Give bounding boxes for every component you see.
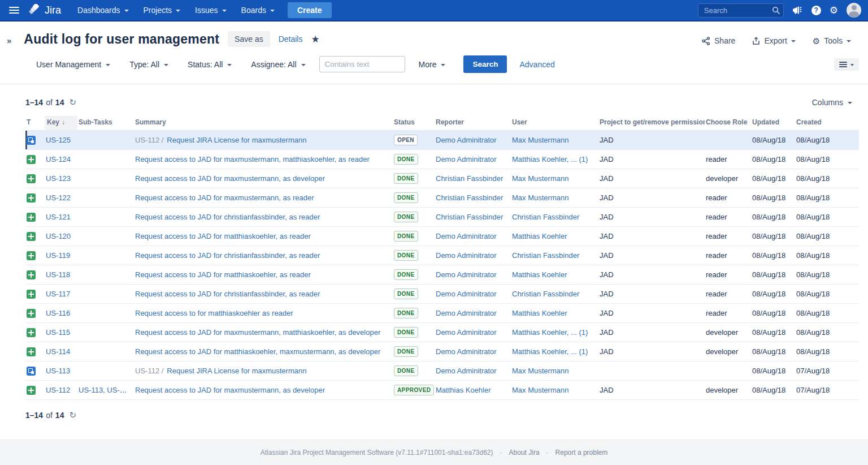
summary-link[interactable]: Request access to JAD for maxmustermann,… [135,328,380,337]
nav-projects[interactable]: Projects [136,0,188,20]
user-link[interactable]: Max Mustermann [512,136,568,144]
col-type[interactable]: T [25,116,45,131]
issue-key-link[interactable]: US-112 [46,386,70,394]
sidebar-expand-button[interactable]: » [1,31,17,45]
export-button[interactable]: Export [752,36,795,45]
type-filter-dropdown[interactable]: Type: All [124,57,174,72]
help-icon[interactable]: ? [811,6,821,15]
details-link[interactable]: Details [279,35,303,44]
reporter-link[interactable]: Demo Adminitrator [436,136,497,144]
global-search-input[interactable] [698,3,784,18]
contains-text-input[interactable] [319,56,405,72]
share-button[interactable]: Share [702,36,735,45]
issue-key-link[interactable]: US-119 [46,251,70,260]
issue-key-link[interactable]: US-124 [46,155,71,163]
assignee-filter-dropdown[interactable]: Assignee: All [245,57,311,72]
search-button[interactable]: Search [463,55,507,73]
reporter-link[interactable]: Matthias Koehler [436,386,491,394]
nav-boards[interactable]: Boards [234,0,282,20]
user-link[interactable]: Matthias Koehler, ... (1) [512,155,588,163]
table-row[interactable]: US-118 Request access to JAD for matthia… [25,265,859,285]
user-link[interactable]: Christian Fassbinder [512,251,579,260]
table-row[interactable]: US-124 Request access to JAD for maxmust… [25,150,859,169]
reporter-link[interactable]: Christian Fassbinder [436,193,503,202]
col-key-sorted[interactable]: Key↓ [45,116,77,131]
subtasks-links[interactable]: US-113, US-125 [79,386,132,394]
summary-link[interactable]: Request access to JAD for matthiaskoehle… [135,347,380,356]
summary-link[interactable]: Request access to JAD for maxmustermann,… [135,155,370,163]
about-jira-link[interactable]: About Jira [509,449,540,457]
summary-link[interactable]: Request access to JAD for maxmustermann,… [135,174,325,183]
table-row[interactable]: US-122 Request access to JAD for maxmust… [25,188,859,208]
user-avatar[interactable] [847,3,861,18]
user-link[interactable]: Matthias Koehler, ... (1) [512,328,588,337]
summary-link[interactable]: Request JIRA License for maxmustermann [167,136,306,144]
reporter-link[interactable]: Demo Adminitrator [436,309,497,317]
table-row[interactable]: US-114 Request access to JAD for matthia… [25,342,859,361]
table-row[interactable]: US-112 US-113, US-125 Request access to … [25,381,859,400]
col-user[interactable]: User [511,116,598,131]
table-row[interactable]: US-116 Request access to for matthiaskoe… [25,304,859,323]
user-link[interactable]: Christian Fassbinder [512,290,579,298]
reporter-link[interactable]: Demo Adminitrator [436,328,497,337]
reporter-link[interactable]: Demo Adminitrator [436,367,497,375]
saved-filter-dropdown[interactable]: User Management [31,57,116,72]
user-link[interactable]: Max Mustermann [512,367,568,375]
summary-link[interactable]: Request access to JAD for christianfassb… [135,251,320,260]
table-row[interactable]: US-117 Request access to JAD for christi… [25,285,859,304]
issue-key-link[interactable]: US-113 [46,367,70,375]
search-icon[interactable] [772,6,780,16]
col-subtasks[interactable]: Sub-Tasks [77,116,134,131]
col-status[interactable]: Status [393,116,435,131]
user-link[interactable]: Max Mustermann [512,193,568,202]
table-row[interactable]: US-113 US-112 /Request JIRA License for … [25,361,859,381]
refresh-icon[interactable]: ↻ [69,410,76,420]
summary-link[interactable]: Request JIRA License for maxmustermann [167,367,306,375]
summary-link[interactable]: Request access to JAD for matthiaskoehle… [135,270,311,279]
col-updated[interactable]: Updated [751,116,795,131]
reporter-link[interactable]: Demo Adminitrator [436,270,497,279]
admin-gear-icon[interactable]: ⚙ [830,5,838,16]
table-row[interactable]: US-120 Request access to JAD for matthia… [25,227,859,246]
issue-key-link[interactable]: US-121 [46,213,71,221]
user-link[interactable]: Matthias Koehler [512,309,567,317]
summary-link[interactable]: Request access to JAD for matthiaskoehle… [135,232,311,240]
summary-link[interactable]: Request access to JAD for maxmustermann,… [135,386,325,394]
reporter-link[interactable]: Demo Adminitrator [436,290,497,298]
nav-dashboards[interactable]: Dashboards [70,0,136,20]
table-row[interactable]: US-125 US-112 /Request JIRA License for … [25,131,859,150]
user-link[interactable]: Matthias Koehler, ... (1) [512,347,588,356]
issue-key-link[interactable]: US-122 [46,193,71,202]
col-summary[interactable]: Summary [134,116,393,131]
table-row[interactable]: US-115 Request access to JAD for maxmust… [25,323,859,342]
issue-key-link[interactable]: US-120 [46,232,71,240]
summary-link[interactable]: Request access to JAD for christianfassb… [135,213,320,221]
status-filter-dropdown[interactable]: Status: All [182,57,237,72]
view-switcher-button[interactable] [834,58,859,71]
col-choose-role[interactable]: Choose Role [705,116,751,131]
summary-link[interactable]: Request access to JAD for maxmustermann,… [135,193,314,202]
table-row[interactable]: US-123 Request access to JAD for maxmust… [25,169,859,188]
issue-key-link[interactable]: US-115 [46,328,70,337]
issue-key-link[interactable]: US-123 [46,174,71,183]
reporter-link[interactable]: Demo Adminitrator [436,251,497,260]
summary-link[interactable]: Request access to JAD for christianfassb… [135,290,320,298]
reporter-link[interactable]: Demo Adminitrator [436,155,497,163]
issue-key-link[interactable]: US-125 [46,136,71,144]
user-link[interactable]: Christian Fassbinder [512,213,579,221]
user-link[interactable]: Max Mustermann [512,386,568,394]
columns-dropdown[interactable]: Columns [805,94,859,110]
advanced-search-link[interactable]: Advanced [519,60,554,69]
more-filters-dropdown[interactable]: More [413,57,452,72]
table-row[interactable]: US-121 Request access to JAD for christi… [25,208,859,227]
user-link[interactable]: Max Mustermann [512,174,568,183]
issue-key-link[interactable]: US-118 [46,270,70,279]
user-link[interactable]: Matthias Koehler [512,232,567,240]
report-problem-link[interactable]: Report a problem [555,449,608,457]
nav-issues[interactable]: Issues [188,0,233,20]
tools-button[interactable]: ⚙ Tools [813,36,851,45]
issue-key-link[interactable]: US-116 [46,309,70,317]
jira-logo[interactable]: Jira [28,4,61,16]
reporter-link[interactable]: Christian Fassbinder [436,213,503,221]
summary-link[interactable]: Request access to for matthiaskoehler as… [135,309,293,317]
